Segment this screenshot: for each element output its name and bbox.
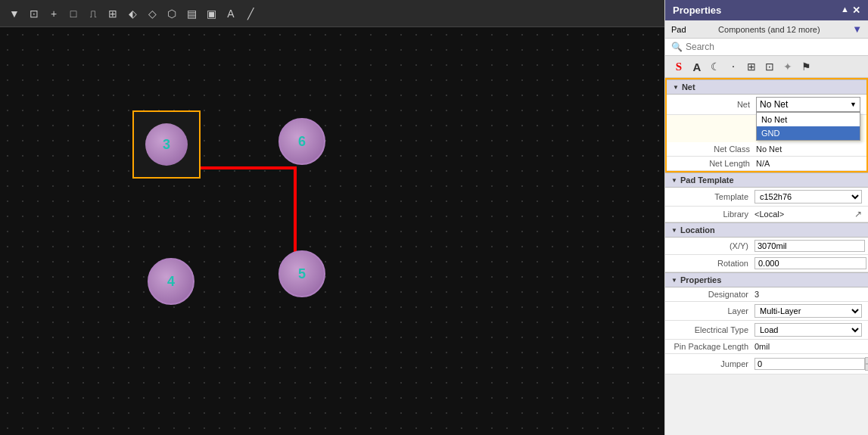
net-dropdown[interactable]: No Net ▼ No Net GND	[756, 97, 860, 112]
net-section-container: Net Net No Net ▼ No Net GND Net Class No…	[665, 78, 868, 172]
grid-canvas[interactable]: 3 6 4 5	[0, 27, 664, 435]
icon-flag[interactable]: ⚑	[798, 59, 814, 74]
search-row: 🔍	[665, 39, 868, 56]
electrical-type-select[interactable]: Load	[754, 323, 862, 337]
net-section-title: Net	[682, 82, 695, 92]
designator-value: 3	[754, 290, 862, 299]
location-section-header[interactable]: Location	[665, 222, 868, 238]
icon-a[interactable]: A	[689, 59, 705, 74]
pad-3-selected[interactable]: 3	[132, 110, 201, 179]
net-option-nonet[interactable]: No Net	[757, 113, 860, 126]
pad-6[interactable]: 6	[278, 118, 325, 165]
net-class-row: Net Class No Net	[667, 142, 866, 157]
electrical-type-label: Electrical Type	[671, 325, 754, 334]
icon-row: S A ☾ · ⊞ ⊡ ✦ ⚑	[665, 56, 868, 78]
xy-label: (X/Y)	[671, 241, 754, 250]
pad-filter-row: Pad Components (and 12 more) ▼	[665, 20, 868, 39]
properties-section-header[interactable]: Properties	[665, 272, 868, 287]
net-label: Net	[673, 100, 756, 109]
pin-package-length-value: 0mil	[754, 342, 862, 351]
template-row: Template c152h76	[665, 188, 868, 207]
net-dropdown-value[interactable]: No Net ▼	[756, 97, 860, 112]
jumper-label: Jumper	[671, 359, 754, 368]
rotation-input[interactable]	[754, 257, 866, 269]
panel-close-icon[interactable]: ✕	[852, 5, 860, 16]
jumper-spinner-btns: ▲ ▼	[865, 357, 868, 371]
jumper-increment-btn[interactable]: ▲	[865, 357, 868, 364]
xy-row: (X/Y) 🔒	[665, 238, 868, 255]
net-option-gnd[interactable]: GND	[757, 126, 860, 140]
toolbar-text-icon[interactable]: A	[222, 5, 239, 22]
designator-label: Designator	[671, 290, 754, 299]
toolbar-hex-icon[interactable]: ⬡	[163, 5, 180, 22]
net-section-header[interactable]: Net	[667, 79, 866, 95]
pad-5[interactable]: 5	[278, 250, 325, 297]
jumper-spinner: ▲ ▼	[754, 357, 868, 371]
rotation-row: Rotation	[665, 255, 868, 272]
filter-icon[interactable]: ▼	[852, 23, 862, 35]
toolbar-rect-icon[interactable]: □	[65, 5, 82, 22]
properties-section-container: Properties Designator 3 Layer Multi-Laye…	[665, 272, 868, 374]
panel-header-icons: ▲ ✕	[841, 5, 860, 16]
location-section: Location (X/Y) 🔒 Rotation	[665, 222, 868, 272]
x-input[interactable]	[754, 240, 865, 252]
pad-4[interactable]: 4	[148, 258, 194, 305]
toolbar-add-icon[interactable]: +	[45, 5, 62, 22]
wire-svg	[0, 54, 664, 435]
canvas-area[interactable]: ▼ ⊡ + □ ⎍ ⊞ ⬖ ◇ ⬡ ▤ ▣ A ╱ 3 6 4 5	[0, 0, 664, 435]
pad-3-inner: 3	[145, 123, 188, 166]
net-class-label: Net Class	[673, 144, 756, 154]
library-link-icon[interactable]: ↗	[854, 209, 862, 219]
xy-inputs	[754, 240, 868, 252]
search-icon: 🔍	[671, 42, 683, 52]
icon-moon[interactable]: ☾	[708, 59, 723, 74]
template-label: Template	[671, 192, 754, 201]
net-dropdown-list: No Net GND	[756, 112, 860, 141]
toolbar: ▼ ⊡ + □ ⎍ ⊞ ⬖ ◇ ⬡ ▤ ▣ A ╱	[0, 0, 664, 27]
layer-row: Layer Multi-Layer	[665, 302, 868, 321]
icon-s[interactable]: S	[671, 59, 686, 74]
properties-section-title: Properties	[680, 275, 721, 284]
pad-filter-value: Components (and 12 more)	[718, 25, 820, 34]
toolbar-grid-icon[interactable]: ⊞	[104, 5, 121, 22]
panel-header: Properties ▲ ✕	[665, 0, 868, 20]
pad-label: Pad	[671, 25, 686, 34]
designator-row: Designator 3	[665, 287, 868, 302]
toolbar-wave-icon[interactable]: ⎍	[85, 5, 101, 22]
toolbar-check-icon[interactable]: ▣	[203, 5, 219, 22]
net-row: Net No Net ▼ No Net GND	[667, 95, 866, 115]
jumper-input[interactable]	[754, 358, 865, 370]
library-value: <Local>	[754, 210, 851, 219]
location-section-title: Location	[680, 225, 715, 235]
panel-title: Properties	[673, 5, 721, 16]
toolbar-select-icon[interactable]: ⊡	[26, 5, 42, 22]
template-select[interactable]: c152h76	[754, 190, 862, 204]
net-class-value: No Net	[756, 144, 860, 154]
layer-select[interactable]: Multi-Layer	[754, 304, 862, 318]
layer-label: Layer	[671, 306, 754, 315]
net-length-value: N/A	[756, 159, 860, 168]
toolbar-diamond-icon[interactable]: ◇	[144, 5, 160, 22]
panel-pin-icon[interactable]: ▲	[841, 5, 849, 16]
electrical-type-row: Electrical Type Load	[665, 321, 868, 340]
search-input[interactable]	[686, 42, 862, 52]
net-length-row: Net Length N/A	[667, 157, 866, 171]
pin-package-length-label: Pin Package Length	[671, 342, 754, 351]
net-length-label: Net Length	[673, 159, 756, 168]
icon-dot[interactable]: ·	[726, 59, 741, 74]
properties-panel: Properties ▲ ✕ Pad Components (and 12 mo…	[664, 0, 868, 435]
toolbar-poly-icon[interactable]: ⬖	[124, 5, 141, 22]
jumper-decrement-btn[interactable]: ▼	[865, 364, 868, 371]
pad-template-section: Pad Template Template c152h76 Library <L…	[665, 172, 868, 222]
toolbar-table-icon[interactable]: ▤	[183, 5, 200, 22]
toolbar-line-icon[interactable]: ╱	[242, 5, 259, 22]
jumper-row: Jumper ▲ ▼ CSDN @Naiva	[665, 354, 868, 374]
rotation-label: Rotation	[671, 259, 754, 268]
toolbar-filter-icon[interactable]: ▼	[6, 5, 23, 22]
library-label: Library	[671, 210, 754, 219]
icon-grid2[interactable]: ⊡	[762, 59, 777, 74]
dropdown-arrow-icon: ▼	[850, 101, 857, 108]
icon-grid1[interactable]: ⊞	[744, 59, 759, 74]
icon-star[interactable]: ✦	[780, 59, 795, 74]
pad-template-section-header[interactable]: Pad Template	[665, 172, 868, 188]
